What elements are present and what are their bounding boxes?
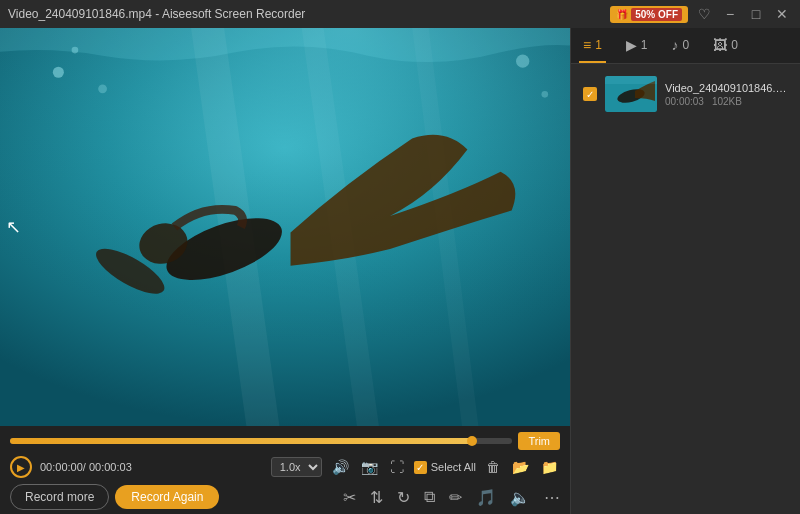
file-name: Video_240409101846.mp4 <box>665 82 788 94</box>
minimize-button[interactable]: − <box>720 4 740 24</box>
tab-audio[interactable]: ♪ 0 <box>668 29 694 63</box>
video-tab-icon: ▶ <box>626 37 637 53</box>
image-tab-icon: 🖼 <box>713 37 727 53</box>
progress-bar[interactable] <box>10 438 512 444</box>
file-info: Video_240409101846.mp4 00:00:03 102KB <box>665 82 788 107</box>
close-button[interactable]: ✕ <box>772 4 792 24</box>
gift-button[interactable]: 🎁 50% OFF <box>610 6 688 23</box>
trim-button[interactable]: Trim <box>518 432 560 450</box>
titlebar-right: 🎁 50% OFF ♡ − □ ✕ <box>610 4 792 24</box>
file-checkbox[interactable]: ✓ <box>583 87 597 101</box>
action-icons: ✂ ⇅ ↻ ⧉ ✏ 🎵 🔈 ⋯ <box>343 488 560 507</box>
file-duration: 00:00:03 <box>665 96 704 107</box>
tab-image-count: 0 <box>731 38 738 52</box>
speed-select[interactable]: 0.5x 1.0x 1.5x 2.0x <box>271 457 322 477</box>
time-display: 00:00:00/ 00:00:03 <box>40 461 132 473</box>
volume-edit-icon[interactable]: 🔈 <box>510 488 530 507</box>
copy-icon[interactable]: ⧉ <box>424 488 435 506</box>
select-all-wrap: ✓ Select All <box>414 461 476 474</box>
tab-bar: ≡ 1 ▶ 1 ♪ 0 🖼 0 <box>571 28 800 64</box>
select-all-label: Select All <box>431 461 476 473</box>
svg-rect-1 <box>0 28 570 426</box>
play-button[interactable]: ▶ <box>10 456 32 478</box>
svg-point-8 <box>516 55 529 68</box>
video-placeholder <box>0 28 570 426</box>
list-item[interactable]: ✓ Video_240409101846.mp4 00:00:03 102KB <box>579 72 792 116</box>
file-meta: 00:00:03 102KB <box>665 96 788 107</box>
bottom-controls: Trim ▶ 00:00:00/ 00:00:03 0.5x 1.0x 1.5x… <box>0 426 570 514</box>
app-title: Video_240409101846.mp4 - Aiseesoft Scree… <box>8 7 305 21</box>
record-again-button[interactable]: Record Again <box>115 485 219 509</box>
tab-audio-count: 0 <box>683 38 690 52</box>
titlebar: Video_240409101846.mp4 - Aiseesoft Scree… <box>0 0 800 28</box>
titlebar-left: Video_240409101846.mp4 - Aiseesoft Scree… <box>8 7 305 21</box>
tab-video[interactable]: ▶ 1 <box>622 29 652 63</box>
file-size: 102KB <box>712 96 742 107</box>
camera-icon[interactable]: 📷 <box>359 457 380 477</box>
gift-icon: 🎁 <box>616 9 628 20</box>
right-panel: ≡ 1 ▶ 1 ♪ 0 🖼 0 ✓ <box>570 28 800 514</box>
adjust-icon[interactable]: ⇅ <box>370 488 383 507</box>
tab-list-count: 1 <box>595 38 602 52</box>
account-icon[interactable]: ♡ <box>694 4 714 24</box>
select-all-checkbox[interactable]: ✓ <box>414 461 427 474</box>
svg-point-5 <box>53 67 64 78</box>
list-icon: ≡ <box>583 37 591 53</box>
export-icon[interactable]: 📁 <box>539 457 560 477</box>
progress-fill <box>10 438 472 444</box>
progress-thumb <box>467 436 477 446</box>
video-area: ↖ <box>0 28 570 426</box>
main-content: ↖ Trim ▶ 00:00:00/ 00:00:03 0.5x 1.0x <box>0 28 800 514</box>
progress-row: Trim <box>10 432 560 450</box>
rotate-icon[interactable]: ↻ <box>397 488 410 507</box>
record-more-button[interactable]: Record more <box>10 484 109 510</box>
tab-image[interactable]: 🖼 0 <box>709 29 742 63</box>
more-icon[interactable]: ⋯ <box>544 488 560 507</box>
svg-point-7 <box>98 84 107 93</box>
fullscreen-icon[interactable]: ⛶ <box>388 457 406 477</box>
svg-point-9 <box>541 91 548 98</box>
discount-badge: 50% OFF <box>631 8 682 21</box>
left-panel: ↖ Trim ▶ 00:00:00/ 00:00:03 0.5x 1.0x <box>0 28 570 514</box>
volume-icon[interactable]: 🔊 <box>330 457 351 477</box>
delete-icon[interactable]: 🗑 <box>484 457 502 477</box>
action-row: Record more Record Again ✂ ⇅ ↻ ⧉ ✏ 🎵 🔈 ⋯ <box>10 484 560 510</box>
audio-tab-icon: ♪ <box>672 37 679 53</box>
tab-video-count: 1 <box>641 38 648 52</box>
playback-row: ▶ 00:00:00/ 00:00:03 0.5x 1.0x 1.5x 2.0x… <box>10 456 560 478</box>
svg-rect-15 <box>605 76 657 84</box>
edit-icon[interactable]: ✏ <box>449 488 462 507</box>
file-thumbnail <box>605 76 657 112</box>
file-list: ✓ Video_240409101846.mp4 00:00:03 102KB <box>571 64 800 514</box>
cut-icon[interactable]: ✂ <box>343 488 356 507</box>
tab-list[interactable]: ≡ 1 <box>579 29 606 63</box>
maximize-button[interactable]: □ <box>746 4 766 24</box>
audio-edit-icon[interactable]: 🎵 <box>476 488 496 507</box>
folder-open-icon[interactable]: 📂 <box>510 457 531 477</box>
